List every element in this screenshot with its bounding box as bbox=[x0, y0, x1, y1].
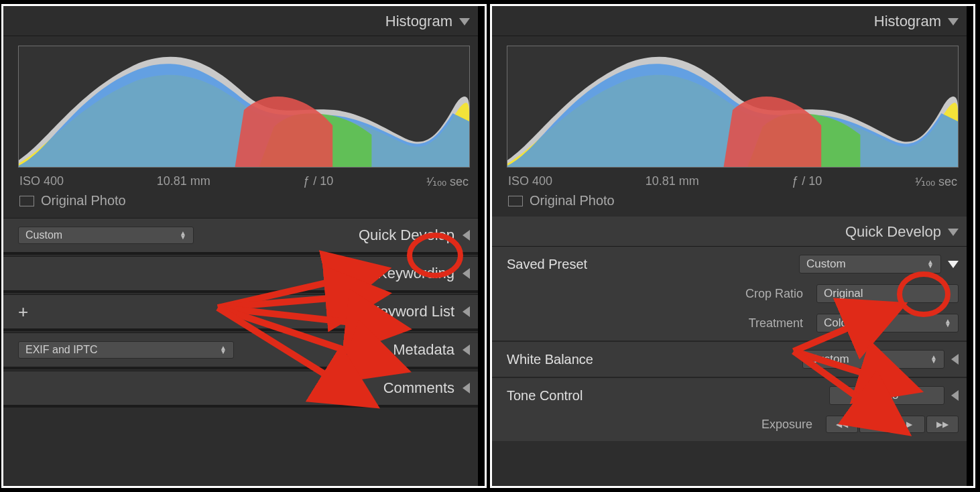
stepper-arrows-icon: ▲▼ bbox=[927, 260, 934, 268]
stepper-arrows-icon: ▲▼ bbox=[944, 290, 951, 298]
exposure-increase[interactable]: ▶ bbox=[893, 416, 925, 433]
quick-develop-preset-dropdown[interactable]: Custom ▲▼ bbox=[18, 227, 194, 244]
original-photo-label: Original Photo bbox=[41, 193, 126, 208]
meta-aperture: ƒ / 10 bbox=[303, 174, 333, 189]
treatment-label: Treatment bbox=[749, 316, 803, 330]
exposure-label: Exposure bbox=[761, 418, 812, 432]
histogram-header[interactable]: Histogram bbox=[492, 6, 973, 36]
metadata-set-dropdown[interactable]: EXIF and IPTC ▲▼ bbox=[18, 341, 234, 359]
left-panel: Histogram ISO 400 10.81 mm ƒ / 10 ¹⁄₁₀₀ … bbox=[1, 4, 487, 488]
original-photo-checkbox[interactable] bbox=[19, 196, 34, 206]
chevron-left-icon[interactable] bbox=[951, 354, 959, 365]
meta-aperture: ƒ / 10 bbox=[792, 174, 822, 189]
treatment-row: Treatment Color ▲▼ bbox=[492, 308, 973, 338]
stepper-arrows-icon: ▲▼ bbox=[930, 355, 937, 363]
histogram-header[interactable]: Histogram bbox=[3, 6, 485, 36]
stepper-arrows-icon: ▲▼ bbox=[220, 346, 227, 354]
saved-preset-row: Saved Preset Custom ▲▼ bbox=[492, 249, 973, 279]
saved-preset-label: Saved Preset bbox=[507, 257, 587, 272]
histogram-chart bbox=[18, 46, 470, 168]
tone-control-label: Tone Control bbox=[507, 388, 583, 404]
original-photo-checkbox[interactable] bbox=[508, 196, 523, 206]
chevron-left-icon[interactable] bbox=[463, 268, 470, 279]
histogram-meta: ISO 400 10.81 mm ƒ / 10 ¹⁄₁₀₀ sec bbox=[492, 172, 973, 193]
quick-develop-body: Saved Preset Custom ▲▼ Crop Ratio Origin… bbox=[492, 247, 973, 441]
chevron-left-icon[interactable] bbox=[463, 383, 470, 393]
chevron-left-icon[interactable] bbox=[463, 306, 470, 317]
crop-ratio-dropdown[interactable]: Original ▲▼ bbox=[816, 284, 959, 303]
meta-shutter: ¹⁄₁₀₀ sec bbox=[915, 174, 957, 189]
right-panel: Histogram ISO 400 10.81 mm ƒ / 10 ¹⁄₁₀₀ … bbox=[490, 4, 975, 488]
meta-focal: 10.81 mm bbox=[646, 174, 699, 189]
section-keyword-list[interactable]: + Keyword List bbox=[3, 294, 485, 329]
crop-ratio-row: Crop Ratio Original ▲▼ bbox=[492, 279, 973, 308]
histogram-chart bbox=[507, 46, 959, 168]
chevron-left-icon[interactable] bbox=[463, 230, 470, 241]
meta-focal: 10.81 mm bbox=[157, 174, 210, 189]
exposure-row: Exposure ◀◀ ◀ ▶ ▶▶ bbox=[492, 410, 973, 438]
original-photo-row[interactable]: Original Photo bbox=[492, 193, 973, 217]
white-balance-dropdown[interactable]: Custom ▲▼ bbox=[802, 350, 944, 369]
crop-ratio-label: Crop Ratio bbox=[745, 287, 803, 301]
add-keyword-button[interactable]: + bbox=[18, 302, 28, 322]
metadata-label: Metadata bbox=[393, 341, 454, 359]
quick-develop-header[interactable]: Quick Develop bbox=[492, 217, 973, 247]
chevron-down-icon[interactable] bbox=[948, 229, 959, 236]
histogram-title: Histogram bbox=[874, 13, 941, 30]
saved-preset-disclosure-icon[interactable] bbox=[948, 261, 959, 268]
exposure-stepper[interactable]: ◀◀ ◀ ▶ ▶▶ bbox=[826, 416, 959, 433]
chevron-down-icon[interactable] bbox=[459, 18, 470, 25]
keyword-list-label: Keyword List bbox=[370, 303, 454, 320]
quick-develop-title: Quick Develop bbox=[845, 223, 941, 241]
section-comments[interactable]: Comments bbox=[3, 371, 485, 406]
chevron-left-icon[interactable] bbox=[951, 390, 959, 401]
section-keywording[interactable]: Keywording bbox=[3, 256, 485, 291]
treatment-dropdown[interactable]: Color ▲▼ bbox=[816, 314, 959, 332]
white-balance-row: White Balance Custom ▲▼ bbox=[492, 345, 973, 374]
tone-control-row: Tone Control Auto bbox=[492, 381, 973, 410]
histogram-title: Histogram bbox=[385, 13, 452, 30]
meta-iso: ISO 400 bbox=[19, 174, 64, 189]
white-balance-label: White Balance bbox=[507, 352, 593, 367]
chevron-down-icon[interactable] bbox=[948, 18, 959, 25]
original-photo-label: Original Photo bbox=[530, 193, 615, 208]
exposure-big-decrease[interactable]: ◀◀ bbox=[826, 416, 858, 433]
saved-preset-dropdown[interactable]: Custom ▲▼ bbox=[799, 255, 941, 273]
exposure-big-increase[interactable]: ▶▶ bbox=[926, 416, 959, 433]
original-photo-row[interactable]: Original Photo bbox=[3, 193, 485, 217]
histogram-meta: ISO 400 10.81 mm ƒ / 10 ¹⁄₁₀₀ sec bbox=[3, 172, 485, 193]
stepper-arrows-icon: ▲▼ bbox=[180, 231, 186, 239]
meta-shutter: ¹⁄₁₀₀ sec bbox=[426, 174, 469, 189]
meta-iso: ISO 400 bbox=[508, 174, 552, 189]
auto-tone-button[interactable]: Auto bbox=[829, 386, 944, 405]
section-quick-develop[interactable]: Custom ▲▼ Quick Develop bbox=[3, 218, 485, 253]
section-metadata[interactable]: EXIF and IPTC ▲▼ Metadata bbox=[3, 332, 485, 367]
stepper-arrows-icon: ▲▼ bbox=[944, 319, 951, 327]
keywording-label: Keywording bbox=[377, 265, 454, 282]
quick-develop-label: Quick Develop bbox=[359, 227, 454, 244]
chevron-left-icon[interactable] bbox=[463, 345, 470, 355]
exposure-decrease[interactable]: ◀ bbox=[859, 416, 892, 433]
comments-label: Comments bbox=[383, 379, 454, 397]
